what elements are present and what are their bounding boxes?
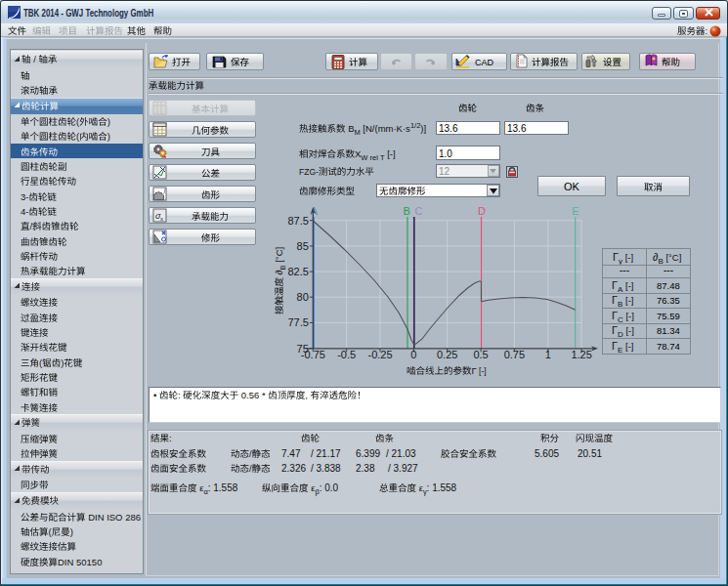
svg-text:B: B [346, 123, 355, 134]
svg-text:---: --- [664, 265, 673, 275]
svg-text:1.25: 1.25 [571, 349, 591, 360]
svg-text:[-]: [-] [622, 252, 633, 263]
svg-text:DIN ISO 286: DIN ISO 286 [86, 512, 142, 523]
svg-text:)]: )] [420, 123, 426, 134]
svg-text:): ) [107, 131, 110, 142]
svg-text:12: 12 [439, 166, 450, 177]
svg-text:FZG-: FZG- [299, 167, 319, 177]
svg-text:0: 0 [410, 349, 416, 360]
svg-text:-0.25: -0.25 [368, 349, 393, 360]
svg-text:20.51: 20.51 [578, 448, 602, 459]
svg-text:: 1.558: : 1.558 [427, 482, 457, 493]
svg-text:85: 85 [297, 240, 309, 252]
svg-text:81.34: 81.34 [657, 325, 680, 336]
svg-text:(: ( [49, 526, 53, 537]
svg-text::: : [169, 433, 172, 443]
svg-text:/: / [30, 221, 33, 231]
svg-text:1.0: 1.0 [439, 148, 452, 159]
svg-text:W rel T: W rel T [361, 153, 385, 162]
svg-text:•: • [153, 390, 159, 400]
svg-text:OK: OK [564, 181, 580, 192]
svg-text:2.326: 2.326 [281, 463, 306, 474]
svg-text:1/2: 1/2 [410, 121, 420, 130]
svg-text:77.5: 77.5 [287, 316, 308, 328]
svg-text:C: C [415, 205, 423, 217]
svg-text:13.6: 13.6 [507, 123, 527, 134]
svg-text:0.5: 0.5 [473, 349, 488, 360]
svg-text:): ) [61, 357, 64, 368]
svg-text:[N/(mm·K·s: [N/(mm·K·s [361, 123, 410, 134]
svg-text:: 1.558: : 1.558 [208, 482, 238, 493]
svg-text:0.56 *: 0.56 * [238, 390, 268, 400]
svg-text:7.47: 7.47 [281, 448, 301, 459]
svg-text:4-: 4- [21, 206, 28, 217]
svg-text:/: / [31, 54, 39, 64]
svg-text:80: 80 [297, 291, 309, 303]
svg-text:/ 3.838: / 3.838 [311, 463, 341, 474]
svg-text:∂: ∂ [274, 270, 284, 274]
svg-text:0.25: 0.25 [437, 349, 457, 360]
svg-text:[-]: [-] [477, 366, 487, 376]
svg-text:6.399: 6.399 [356, 448, 380, 459]
svg-text:/ 3.927: / 3.927 [388, 463, 418, 474]
svg-text:/ 21.17: / 21.17 [311, 448, 341, 459]
svg-text:(: ( [76, 131, 80, 142]
svg-text:[-]: [-] [622, 280, 633, 291]
svg-text:D: D [478, 205, 486, 217]
svg-text:3-: 3- [21, 191, 28, 202]
svg-text:13.6: 13.6 [439, 123, 458, 134]
svg-text:[°C]: [°C] [274, 247, 284, 266]
svg-text::: : [705, 25, 707, 36]
svg-text:---: --- [620, 265, 629, 275]
svg-text:87.5: 87.5 [287, 215, 308, 227]
svg-text:,: , [305, 390, 310, 400]
svg-text:/ 21.03: / 21.03 [386, 448, 416, 459]
svg-text:B: B [278, 265, 287, 270]
svg-text:E: E [572, 205, 578, 217]
svg-text:75: 75 [297, 343, 309, 355]
svg-text:2.38: 2.38 [356, 463, 375, 474]
svg-text:76.35: 76.35 [657, 295, 680, 306]
svg-text:): ) [70, 526, 73, 537]
svg-text:(: ( [39, 357, 43, 368]
svg-text:[-]: [-] [623, 325, 634, 336]
svg-text:: 0.0: : 0.0 [320, 482, 339, 493]
svg-text:DIN 50150: DIN 50150 [58, 557, 102, 567]
svg-text:82.5: 82.5 [287, 266, 308, 277]
svg-text:): ) [107, 116, 110, 127]
svg-text:[-]: [-] [622, 341, 633, 352]
svg-text:[-]: [-] [623, 311, 634, 321]
svg-text:CAD: CAD [475, 58, 494, 67]
svg-text:(: ( [76, 116, 80, 127]
svg-text:/: / [249, 448, 252, 459]
svg-text:[-]: [-] [385, 148, 396, 159]
svg-text:/: / [249, 463, 252, 474]
svg-text:1: 1 [545, 349, 551, 360]
svg-text:75.59: 75.59 [657, 311, 680, 321]
svg-text:0.75: 0.75 [504, 349, 525, 360]
svg-text:-0.5: -0.5 [337, 349, 356, 360]
svg-text:[°C]: [°C] [664, 252, 682, 263]
svg-text:5.605: 5.605 [535, 448, 559, 459]
svg-text:78.74: 78.74 [657, 341, 680, 352]
svg-text:x: x [160, 216, 163, 222]
svg-text:B: B [404, 205, 410, 217]
svg-text:87.48: 87.48 [657, 280, 680, 291]
svg-text::: : [178, 390, 183, 400]
svg-text:[-]: [-] [622, 295, 633, 306]
